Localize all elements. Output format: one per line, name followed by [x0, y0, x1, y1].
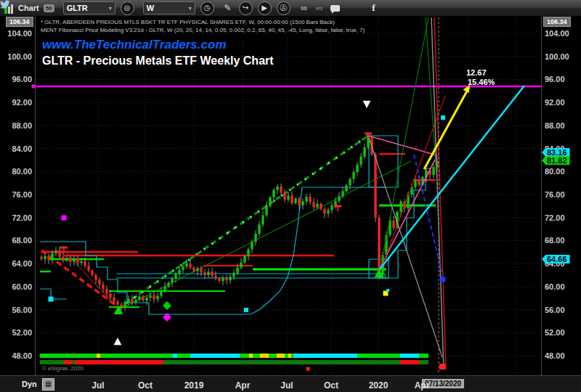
curved-arrow-icon: ↪ — [243, 4, 248, 12]
annotate-button[interactable]: Ⓐ — [277, 1, 290, 15]
cyan-square-marker — [244, 308, 248, 312]
y-axis-label: 96.00 — [545, 75, 565, 83]
y-axis-label: 72.00 — [545, 213, 565, 222]
x-axis-label: 2019 — [184, 380, 204, 391]
y-axis-label: 52.00 — [0, 328, 32, 337]
target-percent-label: 15.46% — [468, 78, 495, 86]
y-axis-label: 92.00 — [0, 98, 32, 107]
target-points-label: 12.67 — [466, 68, 487, 77]
axis-magenta-tick — [32, 85, 36, 89]
symbol-input[interactable]: GLTR ▾ — [63, 1, 115, 15]
cyan-square-marker — [49, 297, 54, 302]
price-badge: 83.16 — [542, 148, 570, 157]
candles-layer — [40, 132, 438, 311]
y-axis-label: 48.00 — [0, 351, 32, 360]
chevron-down-icon: ▾ — [109, 5, 112, 12]
price-badge: 64.66 — [542, 255, 570, 264]
blue-square-marker — [441, 277, 446, 282]
price-badge-high-left: 106.34 — [6, 17, 33, 27]
symbol-sync-button[interactable]: ◎ — [121, 1, 134, 15]
target-icon: ◎ — [124, 4, 131, 12]
y-axis-label: 76.00 — [0, 190, 32, 199]
x-axis-label: Jul — [92, 380, 104, 391]
interval-clock-button[interactable]: ◷ — [200, 1, 214, 15]
y-axis-label: 96.00 — [0, 75, 32, 83]
signal-strips — [40, 354, 428, 364]
cyan-square-marker — [441, 115, 445, 120]
fan-green-1 — [379, 17, 428, 274]
y-axis-label: 76.00 — [545, 190, 565, 199]
pencil-icon: ✎ — [224, 3, 232, 13]
price-badge: 81.82 — [542, 156, 570, 165]
overlay-lines-front — [368, 17, 524, 369]
y-axis-label: 88.00 — [0, 121, 32, 130]
time-template-icon[interactable]: ▦ — [42, 378, 54, 391]
y-axis-label: 60.00 — [0, 282, 32, 291]
white-triangle-down-marker — [363, 101, 371, 108]
y-axis-label: 56.00 — [0, 306, 32, 314]
interval-input[interactable]: W ▾ — [143, 1, 195, 15]
y-axis-label: 56.00 — [545, 306, 565, 314]
x-axis-label: Oct — [138, 380, 153, 391]
time-axis[interactable]: Dyn ▦ 07/13/2020 JulOct2019AprJulOct2020… — [0, 375, 581, 392]
x-axis-label: Apr — [235, 380, 251, 391]
price-badge-high-right: 106.34 — [543, 17, 571, 27]
y-axis-label: 48.00 — [545, 351, 565, 360]
study-description: MENT Fibonacci Price Modeling V3.21d - G… — [41, 27, 365, 33]
x-axis-label: Jul — [280, 380, 293, 391]
facebook-icon: f — [372, 2, 375, 13]
y-axis-label: 68.00 — [0, 236, 32, 245]
y-axis-label: 84.00 — [0, 144, 32, 153]
y-axis-label: 104.00 — [0, 29, 32, 38]
projection-cyan — [379, 86, 524, 270]
white-triangle-up-marker — [114, 338, 122, 345]
window-badge: 50 — [44, 4, 54, 12]
y-axis-label: 104.00 — [545, 29, 569, 38]
red-square-marker — [439, 364, 445, 369]
stop-trail-recovery — [379, 168, 431, 278]
chart-window: Chart 50 GLTR ▾ ◎ W ▾ ◷ ✎ ↪ ▶ Ⓐ ∞ ers f … — [0, 0, 581, 392]
replay-button[interactable]: ↪ — [239, 1, 253, 15]
steep-gray — [431, 17, 444, 369]
red-square-marker — [306, 367, 310, 371]
cyan-square-marker — [386, 289, 389, 292]
y-axis-label: 60.00 — [545, 282, 565, 291]
x-axis-label: Oct — [324, 380, 338, 391]
symbol-description: * GLTR, ABERDEEN PREIOUS MTLS BSKT TR ET… — [41, 19, 335, 25]
chat-button[interactable] — [330, 5, 340, 12]
y-axis-label: 100.00 — [0, 52, 32, 61]
chart-title: GLTR - Precious Metals ETF Weekly Chart — [42, 54, 274, 68]
dyn-mode-button[interactable]: Dyn — [22, 380, 37, 388]
y-axis-label: 52.00 — [545, 328, 565, 337]
play-button[interactable]: ▶ — [258, 1, 272, 15]
uptrend-thin — [118, 161, 411, 310]
x-axis-label: 2020 — [369, 380, 389, 391]
clock-icon: ◷ — [204, 4, 211, 12]
x-axis-label: Apr — [415, 380, 430, 391]
y-axis-label: 80.00 — [545, 167, 565, 176]
symbol-value: GLTR — [67, 4, 88, 12]
markers-layer — [32, 17, 471, 372]
window-title: Chart — [18, 4, 39, 12]
y-axis-label: 64.00 — [0, 259, 32, 268]
magenta-square-marker — [62, 216, 67, 221]
y-axis-label: 92.00 — [545, 98, 565, 107]
y-axis-label: 72.00 — [0, 213, 32, 222]
y-axis-label: 88.00 — [545, 121, 565, 130]
circled-a-icon: Ⓐ — [280, 4, 287, 12]
range-box-bottom — [116, 274, 385, 278]
ers-label: ers — [316, 6, 323, 11]
interval-value: W — [147, 4, 154, 12]
toolbar: Chart 50 GLTR ▾ ◎ W ▾ ◷ ✎ ↪ ▶ Ⓐ ∞ ers f — [0, 0, 581, 17]
y-axis-label: 68.00 — [545, 236, 565, 245]
y-axis-label: 80.00 — [0, 167, 32, 176]
link-icon: ∞ — [301, 3, 307, 13]
draw-tool-button[interactable]: ✎ — [222, 3, 234, 13]
twitter-bird-icon — [0, 0, 10, 9]
facebook-button[interactable]: f — [367, 2, 379, 14]
link-button[interactable]: ∞ — [298, 3, 310, 13]
chevron-down-icon: ▾ — [189, 5, 192, 12]
y-axis-label: 100.00 — [545, 52, 569, 61]
green-diamond-marker — [163, 301, 171, 310]
watermark-link[interactable]: www.TheTechnicalTraders.com — [42, 38, 227, 52]
